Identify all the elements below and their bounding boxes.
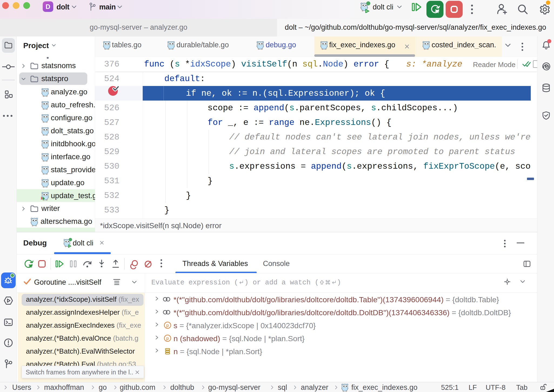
svg-text:p: p [166, 323, 169, 328]
svg-text:p: p [166, 336, 169, 341]
